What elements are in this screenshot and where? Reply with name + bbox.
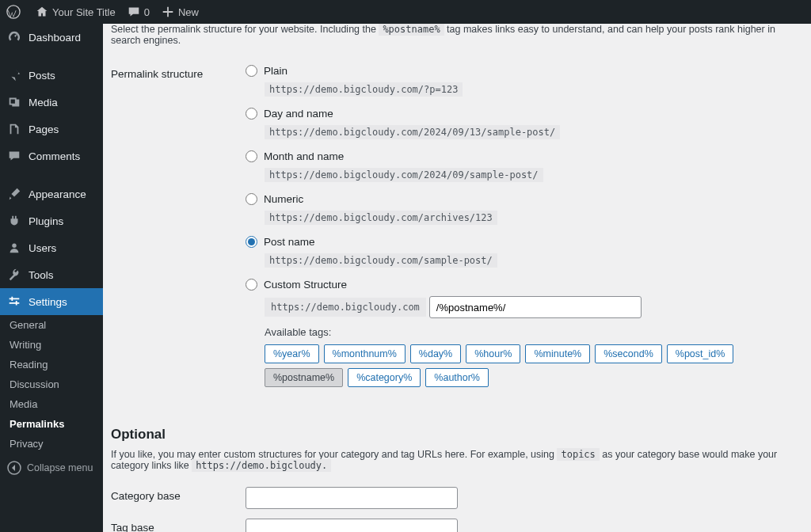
sidebar-item-users[interactable]: Users: [0, 234, 103, 261]
example-numeric: https://demo.bigcloudy.com/archives/123: [265, 211, 497, 225]
submenu-privacy[interactable]: Privacy: [0, 434, 103, 454]
media-icon: [6, 94, 22, 110]
sidebar-item-tools[interactable]: Tools: [0, 261, 103, 288]
optional-desc: If you like, you may enter custom struct…: [111, 449, 803, 471]
site-title: Your Site Title: [52, 6, 116, 18]
brush-icon: [6, 186, 22, 202]
radio-plain[interactable]: [246, 65, 257, 77]
option-day-name: Day and name https://demo.bigcloudy.com/…: [246, 108, 803, 139]
sidebar-item-label: Tools: [29, 269, 54, 281]
radio-custom[interactable]: [246, 279, 257, 291]
example-month-name: https://demo.bigcloudy.com/2024/09/sampl…: [265, 168, 543, 182]
option-post-name: Post name https://demo.bigcloudy.com/sam…: [246, 236, 803, 268]
radio-day-name[interactable]: [246, 108, 257, 120]
custom-prefix: https://demo.bigcloudy.com: [265, 298, 426, 317]
sidebar-item-appearance[interactable]: Appearance: [0, 180, 103, 207]
submenu-reading[interactable]: Reading: [0, 355, 103, 374]
main-content: Select the permalink structure for your …: [103, 24, 811, 532]
new-content-link[interactable]: New: [161, 5, 199, 19]
sidebar-item-label: Media: [29, 97, 58, 108]
option-plain: Plain https://demo.bigcloudy.com/?p=123: [246, 65, 803, 97]
tag-minute[interactable]: %minute%: [525, 344, 590, 363]
settings-submenu: General Writing Reading Discussion Media…: [0, 315, 103, 454]
comments-icon: [6, 148, 22, 164]
plug-icon: [6, 213, 22, 229]
sidebar-item-label: Posts: [29, 70, 55, 82]
structure-label: Permalink structure: [111, 63, 246, 406]
sidebar-item-pages[interactable]: Pages: [0, 116, 103, 142]
sidebar-item-label: Comments: [29, 150, 80, 162]
tag-category[interactable]: %category%: [348, 368, 421, 387]
tag-author[interactable]: %author%: [425, 368, 489, 387]
user-icon: [6, 240, 22, 256]
site-link[interactable]: Your Site Title: [35, 5, 116, 19]
tag-base-input[interactable]: [246, 519, 458, 532]
submenu-permalinks[interactable]: Permalinks: [0, 414, 103, 434]
tags-row: %year%%monthnum%%day%%hour%%minute%%seco…: [265, 344, 803, 387]
intro-text: Select the permalink structure for your …: [111, 24, 803, 46]
admin-sidebar: Dashboard Posts Media Pages Comments App…: [0, 24, 103, 532]
option-month-name: Month and name https://demo.bigcloudy.co…: [246, 150, 803, 182]
collapse-menu[interactable]: Collapse menu: [0, 454, 103, 482]
radio-post-name[interactable]: [246, 236, 257, 248]
sidebar-item-label: Dashboard: [29, 32, 81, 44]
tag-year[interactable]: %year%: [265, 344, 319, 363]
radio-numeric[interactable]: [246, 193, 257, 205]
radio-month-name[interactable]: [246, 150, 257, 162]
sidebar-item-media[interactable]: Media: [0, 89, 103, 116]
dashboard-icon: [6, 29, 22, 45]
wrench-icon: [6, 267, 22, 283]
wordpress-icon: [6, 5, 21, 19]
example-day-name: https://demo.bigcloudy.com/2024/09/13/sa…: [265, 125, 560, 139]
available-tags-label: Available tags:: [265, 326, 803, 338]
sidebar-item-dashboard[interactable]: Dashboard: [0, 24, 103, 51]
plus-icon: [161, 5, 175, 19]
option-custom: Custom Structure https://demo.bigcloudy.…: [246, 279, 803, 387]
tag-base-label: Tag base: [111, 517, 246, 532]
svg-point-1: [12, 244, 16, 248]
comment-count: 0: [144, 6, 150, 18]
sidebar-item-plugins[interactable]: Plugins: [0, 207, 103, 234]
sidebar-item-label: Settings: [29, 296, 67, 308]
sidebar-item-label: Appearance: [29, 188, 86, 200]
sidebar-item-label: Pages: [29, 124, 59, 135]
option-numeric: Numeric https://demo.bigcloudy.com/archi…: [246, 193, 803, 225]
example-plain: https://demo.bigcloudy.com/?p=123: [265, 82, 463, 97]
collapse-icon: [6, 460, 22, 476]
tag-hour[interactable]: %hour%: [466, 344, 520, 363]
optional-heading: Optional: [111, 427, 803, 443]
comment-icon: [127, 5, 141, 19]
collapse-label: Collapse menu: [27, 462, 93, 473]
home-icon: [35, 5, 49, 19]
sliders-icon: [6, 294, 22, 310]
category-base-label: Category base: [111, 485, 246, 517]
admin-bar: Your Site Title 0 New: [0, 0, 811, 24]
postname-code: %postname%: [379, 24, 444, 36]
sidebar-item-posts[interactable]: Posts: [0, 62, 103, 89]
new-label: New: [178, 6, 199, 18]
sidebar-item-label: Users: [29, 242, 56, 254]
sidebar-item-settings[interactable]: Settings: [0, 288, 103, 315]
submenu-discussion[interactable]: Discussion: [0, 374, 103, 394]
tag-day[interactable]: %day%: [410, 344, 461, 363]
custom-structure-input[interactable]: [429, 296, 642, 318]
tag-monthnum[interactable]: %monthnum%: [324, 344, 406, 363]
pages-icon: [6, 121, 22, 137]
tag-post_id[interactable]: %post_id%: [667, 344, 734, 363]
wp-logo[interactable]: [6, 5, 24, 19]
sidebar-item-label: Plugins: [29, 215, 63, 227]
tag-postname[interactable]: %postname%: [265, 368, 343, 387]
tag-second[interactable]: %second%: [595, 344, 662, 363]
sidebar-item-comments[interactable]: Comments: [0, 142, 103, 169]
submenu-writing[interactable]: Writing: [0, 335, 103, 355]
category-base-input[interactable]: [246, 487, 458, 509]
submenu-general[interactable]: General: [0, 315, 103, 335]
submenu-media[interactable]: Media: [0, 394, 103, 414]
example-post-name: https://demo.bigcloudy.com/sample-post/: [265, 253, 497, 268]
pin-icon: [6, 67, 22, 83]
comments-link[interactable]: 0: [127, 5, 150, 19]
